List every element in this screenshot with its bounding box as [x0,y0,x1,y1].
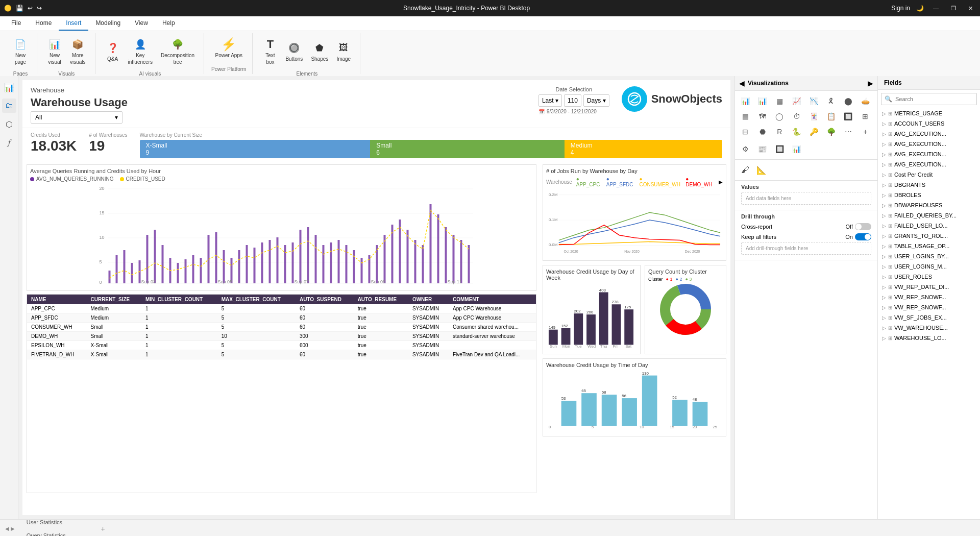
date-unit-dropdown[interactable]: Days ▾ [583,94,609,107]
new-visual-button[interactable]: 📊 New visual [44,35,65,67]
field-item[interactable]: ▷ ⊞ FAILED_QUERIES_BY... [878,210,980,221]
viz-custom[interactable]: + [858,125,872,139]
image-button[interactable]: 🖼 Image [333,39,354,64]
tab-item-query-statistics[interactable]: Query Statistics [19,529,96,537]
keep-filters-track[interactable] [855,233,871,240]
expand-right-icon[interactable]: ▶ [868,79,873,87]
viz-gauge[interactable]: ⏱ [790,109,804,124]
viz-decomp[interactable]: 🌳 [824,125,838,139]
tab-insert[interactable]: Insert [59,16,88,31]
theme-toggle[interactable]: 🌙 [916,5,924,12]
tab-home[interactable]: Home [28,16,59,31]
field-item[interactable]: ▷ ⊞ Cost Per Credit [878,169,980,180]
viz-table[interactable]: ⊞ [858,109,872,124]
field-item[interactable]: ▷ ⊞ AVG_EXECUTION... [878,129,980,139]
viz-map[interactable]: 🗺 [755,109,770,124]
field-item[interactable]: ▷ ⊞ VW_REP_SNOWF... [878,292,980,302]
nav-report-icon[interactable]: 📊 [2,80,16,94]
fields-search-box[interactable]: 🔍 [881,93,977,105]
restore-button[interactable]: ❐ [948,4,959,13]
add-drill-placeholder[interactable]: Add drill-through fields here [741,242,871,255]
decomposition-button[interactable]: 🌳 Decomposition tree [158,35,198,67]
viz-matrix[interactable]: ⊟ [738,125,752,139]
viz-funnel[interactable]: ⬣ [755,125,770,139]
close-button[interactable]: ✕ [965,4,976,13]
jobs-nav-right[interactable]: ▶ [719,179,723,185]
qa-button[interactable]: ❓ Q&A [103,39,123,64]
field-item[interactable]: ▷ ⊞ USER_LOGINS_M... [878,261,980,272]
collapse-left-icon[interactable]: ◀ [739,79,745,87]
power-apps-button[interactable]: ⚡ Power Apps [212,35,246,60]
fields-search-input[interactable] [895,96,973,102]
viz-line[interactable]: 📈 [790,94,804,108]
field-item[interactable]: ▷ ⊞ USER_ROLES [878,272,980,282]
shapes-button[interactable]: ⬟ Shapes [308,39,331,64]
viz-slicer[interactable]: 🔲 [841,109,855,124]
field-item[interactable]: ▷ ⊞ VW_REP_SNOWF... [878,302,980,312]
tab-help[interactable]: Help [155,16,182,31]
viz-donut[interactable]: ◯ [772,109,787,124]
field-item[interactable]: ▷ ⊞ AVG_EXECUTION... [878,159,980,169]
field-item[interactable]: ▷ ⊞ USER_LOGINS_BY... [878,251,980,261]
field-item[interactable]: ▷ ⊞ TABLE_USAGE_OP... [878,241,980,251]
add-tab-button[interactable]: + [97,523,109,534]
add-data-placeholder[interactable]: Add data fields here [741,192,871,205]
viz-area[interactable]: 📉 [807,94,821,108]
field-item[interactable]: ▷ ⊞ FAILED_USER_LO... [878,221,980,231]
viz-python[interactable]: 🐍 [790,125,804,139]
field-item[interactable]: ▷ ⊞ VW_REP_DATE_DI... [878,282,980,292]
field-item[interactable]: ▷ ⊞ DBROLES [878,190,980,200]
field-item[interactable]: ▷ ⊞ VW_SF_JOBS_EX... [878,312,980,323]
viz-rscript[interactable]: R [772,125,787,139]
viz-ribbon[interactable]: 🎗 [824,94,838,108]
quick-access-redo[interactable]: ↪ [37,5,42,12]
cross-report-toggle[interactable]: Off [846,223,871,230]
minimize-button[interactable]: — [930,4,942,12]
tab-view[interactable]: View [128,16,155,31]
viz-extra-1[interactable]: ⚙ [738,142,752,156]
field-item[interactable]: ▷ ⊞ DBGRANTS [878,180,980,190]
new-page-button[interactable]: 📄 New page [10,35,31,67]
more-visuals-button[interactable]: 📦 More visuals [67,35,89,67]
viz-bar-chart[interactable]: 📊 [738,94,752,108]
quick-access-save[interactable]: 💾 [16,5,23,12]
field-item[interactable]: ▷ ⊞ DBWAREHOUSES [878,200,980,210]
signin-button[interactable]: Sign in [891,5,910,12]
field-item[interactable]: ▷ ⊞ AVG_EXECUTION... [878,139,980,149]
quick-access-undo[interactable]: ↩ [28,5,33,12]
date-last-dropdown[interactable]: Last ▾ [538,94,562,107]
field-item[interactable]: ▷ ⊞ GRANTS_TO_ROL... [878,231,980,241]
tab-item-user-statistics[interactable]: User Statistics [19,519,96,529]
field-item[interactable]: ▷ ⊞ AVG_EXECUTION... [878,149,980,159]
viz-pie[interactable]: 🥧 [858,94,872,108]
date-value-input[interactable]: 110 [564,94,581,107]
format-icon[interactable]: 🖌 [738,163,752,177]
viz-scatter[interactable]: ⬤ [841,94,855,108]
viz-extra-3[interactable]: 🔲 [772,142,787,156]
tab-file[interactable]: File [4,16,28,31]
viz-card[interactable]: 🃏 [807,109,821,124]
viz-key-influencers[interactable]: 🔑 [807,125,821,139]
field-item[interactable]: ▷ ⊞ WAREHOUSE_LO... [878,333,980,343]
nav-data-icon[interactable]: 🗂 [2,99,16,113]
viz-treemap[interactable]: ▤ [738,109,752,124]
tab-modeling[interactable]: Modeling [88,16,128,31]
field-item[interactable]: ▷ ⊞ VW_WAREHOUSE... [878,323,980,333]
field-item[interactable]: ▷ ⊞ ACCOUNT_USERS [878,118,980,129]
field-item[interactable]: ▷ ⊞ METRICS_USAGE [878,108,980,118]
cross-report-track[interactable] [855,223,871,230]
keep-filters-toggle[interactable]: On [845,233,871,240]
warehouse-filter-dropdown[interactable]: All ▾ [31,111,122,124]
viz-100-bar[interactable]: ▦ [772,94,787,108]
buttons-button[interactable]: 🔘 Buttons [282,39,306,64]
viz-kpi[interactable]: 📋 [824,109,838,124]
nav-dax-icon[interactable]: 𝑓 [2,135,16,150]
analytics-icon[interactable]: 📐 [754,163,769,177]
viz-extra-2[interactable]: 📰 [755,142,770,156]
nav-model-icon[interactable]: ⬡ [2,117,16,131]
key-influencers-button[interactable]: 👤 Key influencers [125,35,156,67]
viz-stacked-bar[interactable]: 📊 [755,94,770,108]
viz-extra-4[interactable]: 📊 [790,142,804,156]
viz-more[interactable]: ⋯ [841,125,855,139]
text-box-button[interactable]: T Text box [260,35,280,67]
